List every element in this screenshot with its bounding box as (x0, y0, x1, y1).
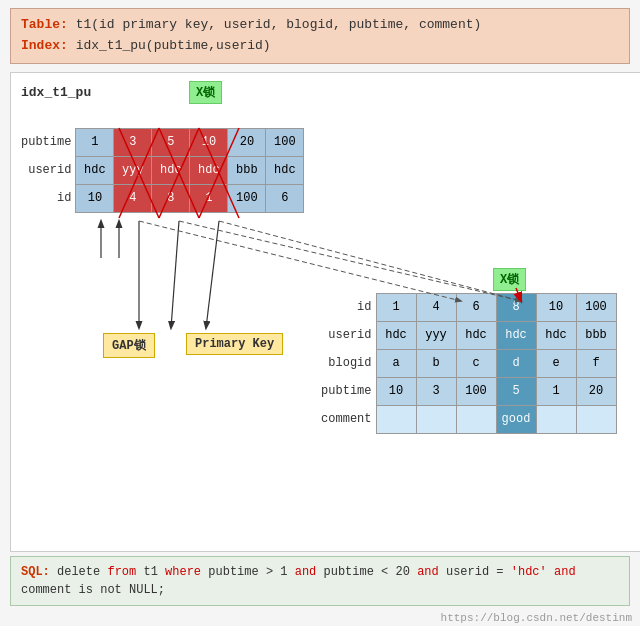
pri-userid-8: hdc (496, 321, 536, 349)
pri-userid-10: hdc (536, 321, 576, 349)
svg-line-12 (139, 221, 461, 301)
idx-userid-4: hdc (190, 156, 228, 184)
idx-id-1: 10 (76, 184, 114, 212)
x-lock-right-label: X锁 (493, 268, 526, 291)
pri-pubtime-10: 1 (536, 377, 576, 405)
idx-userid-6: hdc (266, 156, 304, 184)
watermark: https://blog.csdn.net/destinm (441, 612, 632, 624)
pri-comment-1 (376, 405, 416, 433)
pri-userid-4: yyy (416, 321, 456, 349)
pri-id-label: id (321, 293, 376, 321)
pri-comment-100 (576, 405, 616, 433)
pri-blogid-8: d (496, 349, 536, 377)
pri-blogid-10: e (536, 349, 576, 377)
pri-pubtime-6: 100 (456, 377, 496, 405)
index-label: Index: (21, 38, 68, 53)
pri-userid-100: bbb (576, 321, 616, 349)
pri-userid-1: hdc (376, 321, 416, 349)
pri-id-6: 6 (456, 293, 496, 321)
idx-userid-5: bbb (228, 156, 266, 184)
idx-userid-1: hdc (76, 156, 114, 184)
index-table: pubtime 1 3 5 10 20 100 userid hdc yyy h… (21, 128, 304, 213)
pri-comment-8: good (496, 405, 536, 433)
idx-userid-3: hdc (152, 156, 190, 184)
pri-blogid-4: b (416, 349, 456, 377)
table-info-box: Table: t1(id primary key, userid, blogid… (10, 8, 630, 64)
diagram-area: idx_t1_pu X锁 pubtime 1 3 5 10 20 100 use… (10, 72, 640, 552)
pri-id-10: 10 (536, 293, 576, 321)
pri-pubtime-100: 20 (576, 377, 616, 405)
pri-userid-6: hdc (456, 321, 496, 349)
pri-comment-label: comment (321, 405, 376, 433)
pri-comment-6 (456, 405, 496, 433)
primary-table: id 1 4 6 8 10 100 userid hdc yyy hdc hdc… (321, 293, 617, 434)
svg-line-8 (206, 221, 219, 328)
svg-line-7 (171, 221, 179, 328)
index-section-label: idx_t1_pu (21, 85, 91, 100)
idx-id-3: 8 (152, 184, 190, 212)
sql-bar: SQL: delete from t1 where pubtime > 1 an… (10, 556, 630, 606)
pri-pubtime-label: pubtime (321, 377, 376, 405)
idx-pubtime-20: 20 (228, 128, 266, 156)
pri-blogid-1: a (376, 349, 416, 377)
pri-blogid-100: f (576, 349, 616, 377)
idx-pubtime-10: 10 (190, 128, 228, 156)
pri-pubtime-8: 5 (496, 377, 536, 405)
idx-pubtime-1: 1 (76, 128, 114, 156)
pri-blogid-6: c (456, 349, 496, 377)
x-lock-left-label: X锁 (189, 81, 222, 104)
sql-label: SQL: (21, 565, 50, 579)
idx-id-4: 1 (190, 184, 228, 212)
pri-comment-4 (416, 405, 456, 433)
idx-userid-2: yyy (114, 156, 152, 184)
svg-line-11 (179, 221, 521, 301)
id-label: id (21, 184, 76, 212)
idx-pubtime-3: 3 (114, 128, 152, 156)
pri-blogid-label: blogid (321, 349, 376, 377)
primary-key-label: Primary Key (186, 333, 283, 355)
userid-label: userid (21, 156, 76, 184)
pubtime-label: pubtime (21, 128, 76, 156)
gap-lock-label: GAP锁 (103, 333, 155, 358)
pri-id-4: 4 (416, 293, 456, 321)
pri-id-100: 100 (576, 293, 616, 321)
pri-comment-10 (536, 405, 576, 433)
pri-id-8: 8 (496, 293, 536, 321)
idx-pubtime-5: 5 (152, 128, 190, 156)
index-def: idx_t1_pu(pubtime,userid) (76, 38, 271, 53)
pri-pubtime-4: 3 (416, 377, 456, 405)
table-label: Table: (21, 17, 68, 32)
pri-userid-label: userid (321, 321, 376, 349)
pri-id-1: 1 (376, 293, 416, 321)
sql-text: delete from t1 where pubtime > 1 and pub… (21, 565, 576, 597)
svg-line-13 (219, 221, 521, 301)
idx-id-6: 6 (266, 184, 304, 212)
pri-pubtime-1: 10 (376, 377, 416, 405)
idx-pubtime-100: 100 (266, 128, 304, 156)
idx-id-5: 100 (228, 184, 266, 212)
table-def: t1(id primary key, userid, blogid, pubti… (76, 17, 482, 32)
idx-id-2: 4 (114, 184, 152, 212)
